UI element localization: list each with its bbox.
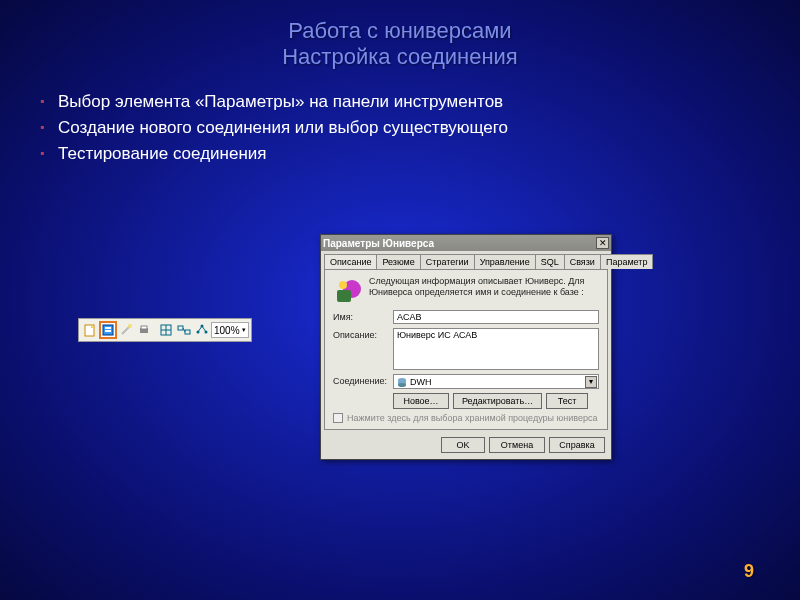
dialog-titlebar[interactable]: Параметры Юниверса ✕ [321, 235, 611, 251]
svg-rect-17 [337, 290, 351, 302]
dialog-title: Параметры Юниверса [323, 238, 434, 249]
svg-rect-0 [85, 325, 94, 336]
tab-description[interactable]: Описание [324, 254, 377, 269]
tab-strategies[interactable]: Стратегии [420, 254, 475, 269]
name-label: Имя: [333, 310, 389, 322]
bullet-item: Создание нового соединения или выбор сущ… [40, 118, 800, 138]
cancel-button[interactable]: Отмена [489, 437, 545, 453]
tab-management[interactable]: Управление [474, 254, 536, 269]
edit-button[interactable]: Редактировать… [453, 393, 542, 409]
svg-point-21 [398, 383, 406, 387]
chevron-down-icon[interactable]: ▾ [585, 376, 597, 388]
close-icon[interactable]: ✕ [596, 237, 609, 249]
description-label: Описание: [333, 328, 389, 340]
slide-number: 9 [744, 561, 754, 582]
db-icon [397, 377, 407, 387]
title-line-2: Настройка соединения [282, 44, 518, 69]
toolbar-grid-icon[interactable] [157, 321, 175, 339]
svg-rect-3 [105, 330, 111, 332]
stored-proc-checkbox[interactable] [333, 413, 343, 423]
toolbar-wand-icon[interactable] [117, 321, 135, 339]
stored-proc-label: Нажмите здесь для выбора хранимой процед… [347, 413, 597, 423]
dialog-buttons: OK Отмена Справка [321, 433, 611, 459]
new-button[interactable]: Новое… [393, 393, 449, 409]
toolbar-params-icon[interactable] [99, 321, 117, 339]
universe-icon [333, 276, 363, 306]
test-button[interactable]: Тест [546, 393, 588, 409]
toolbar-print-icon[interactable] [135, 321, 153, 339]
connection-value: DWH [410, 377, 432, 387]
svg-rect-6 [141, 326, 147, 329]
tab-links[interactable]: Связи [564, 254, 601, 269]
toolbar-link-icon[interactable] [175, 321, 193, 339]
info-text: Следующая информация описывает Юниверс. … [369, 276, 599, 306]
tab-panel: Следующая информация описывает Юниверс. … [324, 269, 608, 430]
tab-sql[interactable]: SQL [535, 254, 565, 269]
bullet-list: Выбор элемента «Параметры» на панели инс… [40, 92, 800, 164]
zoom-value: 100% [214, 325, 240, 336]
connection-combo[interactable]: DWH ▾ [393, 374, 599, 389]
ok-button[interactable]: OK [441, 437, 485, 453]
tab-strip: Описание Резюме Стратегии Управление SQL… [321, 251, 611, 269]
toolbar: 100% ▾ [78, 318, 252, 342]
tab-summary[interactable]: Резюме [376, 254, 420, 269]
description-textarea[interactable]: Юниверс ИС АСАВ [393, 328, 599, 370]
toolbar-tree-icon[interactable] [193, 321, 211, 339]
svg-point-18 [339, 281, 347, 289]
slide-title: Работа с юниверсами Настройка соединения [0, 0, 800, 70]
universe-params-dialog: Параметры Юниверса ✕ Описание Резюме Стр… [320, 234, 612, 460]
connection-label: Соединение: [333, 374, 389, 386]
bullet-item: Тестирование соединения [40, 144, 800, 164]
svg-point-4 [128, 324, 132, 328]
bullet-item: Выбор элемента «Параметры» на панели инс… [40, 92, 800, 112]
svg-rect-2 [105, 327, 111, 329]
svg-rect-10 [178, 326, 183, 330]
title-line-1: Работа с юниверсами [288, 18, 511, 43]
toolbar-new-icon[interactable] [81, 321, 99, 339]
tab-parameter[interactable]: Параметр [600, 254, 654, 269]
name-input[interactable]: ACAB [393, 310, 599, 324]
svg-rect-11 [185, 330, 190, 334]
help-button[interactable]: Справка [549, 437, 605, 453]
zoom-field[interactable]: 100% ▾ [211, 322, 249, 338]
